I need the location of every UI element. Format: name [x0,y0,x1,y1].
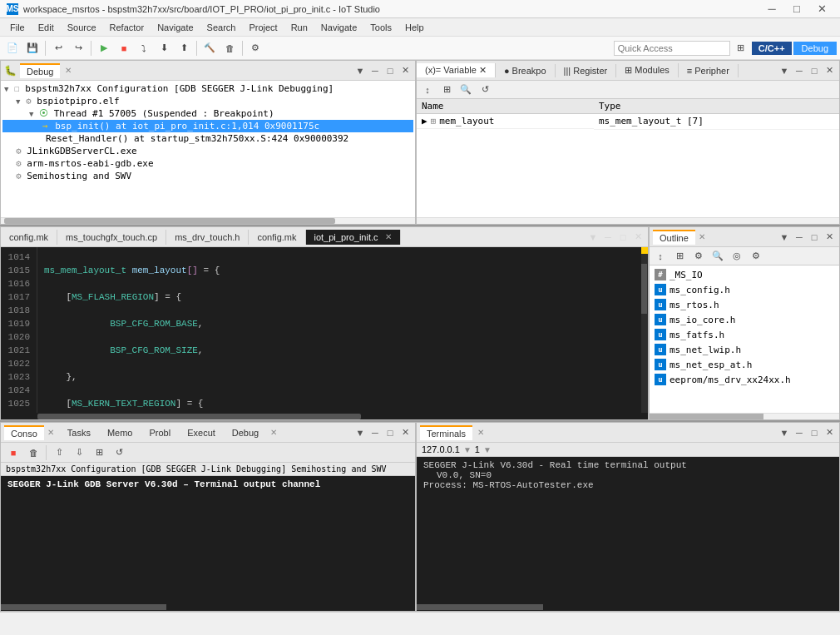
console-menu-btn[interactable]: ▼ [353,426,367,439]
console-tb3[interactable]: ⊞ [90,444,108,462]
editor-menu-btn[interactable]: ▼ [586,231,600,244]
terminals-maximize-btn[interactable]: □ [808,426,821,439]
debug-thread-item[interactable]: ▼ ⦿ Thread #1 57005 (Suspended : Breakpo… [2,107,413,120]
menu-navigate[interactable]: Navigate [151,21,200,34]
outline-item-ms-io-core[interactable]: u ms_io_core.h [651,312,838,327]
window-controls[interactable]: ─ □ ✕ [760,1,833,17]
tb-redo[interactable]: ↪ [69,39,87,57]
debug-semihosting-item[interactable]: ⚙ Semihosting and SWV [2,170,413,182]
var-close-btn[interactable]: ✕ [823,64,836,77]
var-row-mem-layout[interactable]: ▶ ⊞ mem_layout ms_mem_layout_t [7] [417,114,839,130]
tb-new[interactable]: 📄 [3,39,22,57]
tb-clean[interactable]: 🗑 [220,39,239,57]
tb-undo[interactable]: ↩ [49,39,67,57]
tb-step-into[interactable]: ⬇ [155,39,173,57]
menu-source[interactable]: Source [61,21,103,34]
editor-tab-drv-touch[interactable]: ms_drv_touch.h [166,230,249,245]
editor-tab-iot-init[interactable]: iot_pi_pro_init.c ✕ [306,230,401,245]
tab-register[interactable]: ||| Register [556,64,617,77]
debug-maximize-btn[interactable]: □ [383,64,397,77]
tab-variable[interactable]: (x)= Variable ✕ [417,63,496,77]
tb-perspective-toggle[interactable]: ⊞ [732,39,750,57]
debug-elf-item[interactable]: ▼ ⚙ bspiotpipro.elf [2,95,413,107]
debug-frame2[interactable]: Reset_Handler() at startup_stm32h750xx.S… [2,132,413,145]
console-body[interactable]: SEGGER J-Link GDB Server V6.30d – Termin… [1,476,415,604]
menu-project[interactable]: Project [242,21,284,34]
debug-jlink-item[interactable]: ⚙ JLinkGDBServerCL.exe [2,145,413,157]
outline-tb4[interactable]: 🔍 [709,247,727,265]
menu-edit[interactable]: Edit [32,21,61,34]
tab-debug-console[interactable]: Debug [225,426,265,439]
editor-maximize-btn[interactable]: □ [616,231,630,244]
terminals-hscrollbar[interactable] [417,604,839,611]
outline-item-ms-rtos[interactable]: u ms_rtos.h [651,297,838,312]
var-maximize-btn[interactable]: □ [808,64,821,77]
console-stop-btn[interactable]: ■ [4,444,22,462]
console-hscrollbar[interactable] [1,604,415,611]
outline-hscrollbar[interactable] [650,413,839,419]
console-maximize-btn[interactable]: □ [383,426,397,439]
outline-tb5[interactable]: ◎ [728,247,746,265]
minimize-button[interactable]: ─ [760,1,783,17]
var-menu-btn[interactable]: ▼ [778,64,791,77]
terminals-tab[interactable]: Terminals [420,425,472,440]
debug-menu-btn[interactable]: ▼ [353,64,367,77]
debug-tab[interactable]: Debug [20,63,60,78]
terminals-body[interactable]: SEGGER J-Link V6.30d - Real time termina… [417,457,839,604]
outline-toolbar-btn[interactable]: ▼ [778,231,791,244]
console-minimize-btn[interactable]: ─ [368,426,382,439]
var-hscrollbar[interactable] [417,217,839,224]
maximize-button[interactable]: □ [785,1,808,17]
tab-breakpoints[interactable]: ● Breakpo [496,64,556,77]
outline-minimize-btn[interactable]: ─ [793,231,806,244]
tab-tasks[interactable]: Tasks [61,426,97,439]
editor-hscrollbar[interactable] [1,413,648,419]
tab-peripher[interactable]: ≡ Peripher [679,64,739,77]
tb-step-over[interactable]: ⤵ [135,39,153,57]
outline-maximize-btn[interactable]: □ [808,231,821,244]
terminals-close-btn[interactable]: ✕ [823,426,836,439]
tab-execute[interactable]: Execut [180,426,222,439]
var-tb-filter[interactable]: 🔍 [457,81,475,99]
cpp-perspective-button[interactable]: C/C++ [752,42,792,55]
debug-config-item[interactable]: ▼ ☐ bspstm32h7xx Configuration [GDB SEGG… [2,82,413,95]
tb-step-return[interactable]: ⬆ [175,39,193,57]
menu-run[interactable]: Run [284,21,314,34]
tb-save[interactable]: 💾 [23,39,42,57]
outline-item-ms-io[interactable]: # _MS_IO [651,267,838,282]
var-minimize-btn[interactable]: ─ [793,64,806,77]
var-tb-expand[interactable]: ⊞ [437,81,456,99]
editor-tab-close-icon[interactable]: ✕ [385,232,392,241]
editor-tab-configmk[interactable]: config.mk [1,230,57,245]
debug-gdb-item[interactable]: ⚙ arm-msrtos-eabi-gdb.exe [2,157,413,170]
menu-help[interactable]: Help [398,21,431,34]
editor-close-btn[interactable]: ✕ [631,231,645,244]
console-tb4[interactable]: ↺ [110,444,128,462]
var-tb-collapse[interactable]: ↕ [418,81,437,99]
tb-debug-run[interactable]: ▶ [95,39,113,57]
menu-search[interactable]: Search [200,21,243,34]
editor-vscrollbar[interactable] [641,247,648,413]
debug-selected-frame[interactable]: → bsp_init() at iot_pi_pro_init.c:1,014 … [2,120,413,132]
editor-tab-touchgfx[interactable]: ms_touchgfx_touch.cp [57,230,166,245]
outline-tb1[interactable]: ↕ [651,247,670,265]
code-area[interactable]: ms_mem_layout_t mem_layout[] = { [MS_FLA… [37,247,641,413]
outline-item-ms-net-esp[interactable]: u ms_net_esp_at.h [651,357,838,372]
tab-problems[interactable]: Probl [142,426,177,439]
tb-settings[interactable]: ⚙ [246,39,264,57]
console-tb1[interactable]: ⇧ [50,444,68,462]
editor-minimize-btn[interactable]: ─ [601,231,615,244]
menu-tools[interactable]: Tools [363,21,398,34]
menu-refactor[interactable]: Refactor [103,21,151,34]
outline-tb2[interactable]: ⊞ [670,247,689,265]
tb-stop[interactable]: ■ [115,39,133,57]
menu-navigate2[interactable]: Navigate [314,21,363,34]
outline-tb6[interactable]: ⚙ [747,247,765,265]
var-tb-refresh[interactable]: ↺ [476,81,494,99]
console-close-btn[interactable]: ✕ [398,426,412,439]
debug-perspective-button[interactable]: Debug [793,42,837,55]
terminals-minimize-btn[interactable]: ─ [793,426,806,439]
quick-access-input[interactable] [614,41,730,56]
outline-item-ms-fatfs[interactable]: u ms_fatfs.h [651,327,838,342]
console-clear-btn[interactable]: 🗑 [24,444,42,462]
